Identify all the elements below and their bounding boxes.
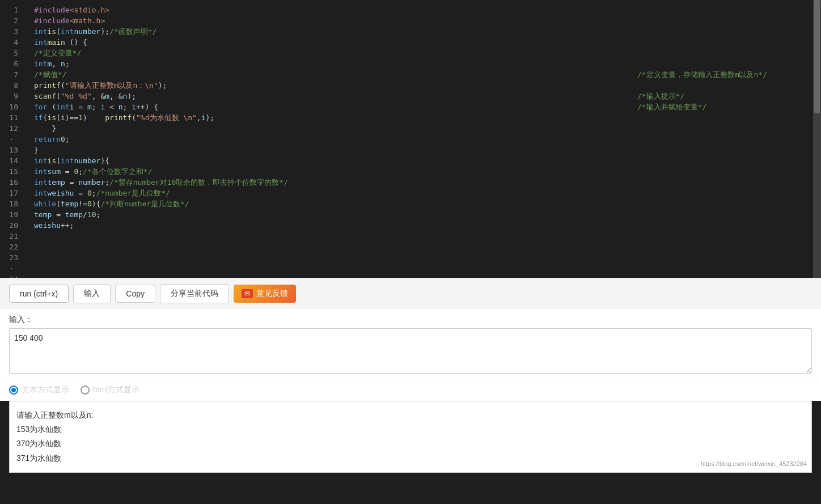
- output-line: 请输入正整数m以及n:: [16, 408, 805, 422]
- share-button[interactable]: 分享当前代码: [160, 284, 229, 303]
- line-num-2: 2: [0, 15, 23, 26]
- line-num-16: 16: [0, 177, 23, 188]
- line-num-3: 3: [0, 26, 23, 37]
- feedback-button[interactable]: 意见反馈: [234, 285, 296, 303]
- code-line-5: int main () {: [34, 37, 632, 48]
- text-mode-option[interactable]: 文本方式显示: [9, 385, 69, 395]
- line-num-15: 15: [0, 166, 23, 177]
- code-line-19: int is(int number){: [34, 155, 632, 166]
- line-num-8: 8: [0, 80, 23, 91]
- text-mode-label: 文本方式显示: [22, 385, 69, 395]
- line-num-20: 20: [0, 220, 23, 231]
- toolbar: run (ctrl+x) 输入 Copy 分享当前代码 意见反馈: [0, 278, 821, 309]
- line-num-24: 24: [0, 274, 23, 278]
- display-options: 文本方式显示 html方式显示: [0, 379, 821, 401]
- line-num-14: 14: [0, 155, 23, 166]
- html-mode-radio[interactable]: [81, 386, 90, 395]
- output-url: https://blog.csdn.net/weixin_45232284: [701, 459, 807, 470]
- code-line-25: weishu++;: [34, 220, 632, 231]
- comments-column: /*定义变量，存储输入正整数m以及n*/ /*输入提示*//*输入并赋给变量*/: [632, 0, 813, 278]
- line-num-22: 22: [0, 242, 23, 252]
- code-line-2: #include <math.h>: [34, 15, 632, 26]
- line-num-9: 9: [0, 91, 23, 101]
- line-num-17: 17: [0, 188, 23, 198]
- html-mode-label: html方式显示: [93, 385, 139, 395]
- line-num-19: 19: [0, 209, 23, 220]
- inline-comment-9: /*输入提示*/: [637, 91, 807, 101]
- line-num-10: 10: [0, 101, 23, 112]
- output-line: 371为水仙数: [16, 451, 805, 465]
- input-section: 输入：: [0, 309, 821, 379]
- scrollbar-thumb[interactable]: [814, 0, 820, 113]
- input-textarea[interactable]: [9, 328, 812, 374]
- line-num-5: 5: [0, 48, 23, 58]
- code-line-23: while(temp!=0){/*判断number是几位数*/: [34, 198, 632, 209]
- code-line-13: if(is(i)==1) printf("%d为水仙数 \n",i);: [34, 112, 632, 123]
- code-line-8: /*赋值*/: [34, 69, 632, 80]
- code-line-1: #include <stdio.h>: [34, 5, 632, 15]
- copy-button[interactable]: Copy: [115, 285, 155, 303]
- code-line-3: int is(int number);/*函数声明*/: [34, 26, 632, 37]
- input-button[interactable]: 输入: [73, 284, 111, 303]
- line-num-13: 13: [0, 145, 23, 155]
- output-line: 153为水仙数: [16, 422, 805, 437]
- code-line-20: int sum = 0;/*各个位数字之和*/: [34, 166, 632, 177]
- line-num-23: 23·: [0, 252, 23, 274]
- code-editor: 123456789101112·1314151617181920212223·2…: [0, 0, 821, 278]
- inline-comment-10: /*输入并赋给变量*/: [637, 101, 807, 112]
- output-line: 370为水仙数: [16, 437, 805, 451]
- code-line-21: int temp = number;/*暂存number对10取余的数，即去掉个…: [34, 177, 632, 188]
- inline-comment-7: /*定义变量，存储输入正整数m以及n*/: [637, 69, 807, 80]
- line-num-21: 21: [0, 231, 23, 242]
- feedback-icon: [242, 289, 253, 298]
- line-num-7: 7: [0, 69, 23, 80]
- line-numbers: 123456789101112·1314151617181920212223·2…: [0, 0, 28, 278]
- run-button[interactable]: run (ctrl+x): [9, 285, 69, 303]
- input-label: 输入：: [9, 315, 812, 325]
- code-line-6: /*定义变量*/: [34, 48, 632, 58]
- code-line-17: }: [34, 145, 632, 155]
- code-line-7: int m, n;: [34, 58, 632, 69]
- code-line-22: int weishu = 0;/*number是几位数*/: [34, 188, 632, 198]
- line-num-6: 6: [0, 58, 23, 69]
- feedback-label: 意见反馈: [256, 289, 288, 299]
- code-line-9: printf("请输入正整数m以及n：\n");: [34, 80, 632, 91]
- code-content[interactable]: #include <stdio.h>#include <math.h>int i…: [28, 0, 632, 278]
- html-mode-option[interactable]: html方式显示: [81, 385, 139, 395]
- line-num-11: 11: [0, 112, 23, 123]
- code-line-12: for (int i = m; i < n; i++) {: [34, 101, 632, 112]
- line-num-18: 18: [0, 198, 23, 209]
- line-num-1: 1: [0, 5, 23, 15]
- line-num-12: 12·: [0, 123, 23, 145]
- text-mode-radio[interactable]: [9, 386, 18, 395]
- code-line-10: scanf("%d %d", &m, &n);: [34, 91, 632, 101]
- line-num-4: 4: [0, 37, 23, 48]
- code-line-16: return 0;: [34, 134, 632, 145]
- scrollbar[interactable]: [813, 0, 821, 278]
- code-line-24: temp = temp/10;: [34, 209, 632, 220]
- code-line-14: }: [34, 123, 632, 134]
- output-section: 请输入正整数m以及n:153为水仙数370为水仙数371为水仙数https://…: [9, 401, 812, 473]
